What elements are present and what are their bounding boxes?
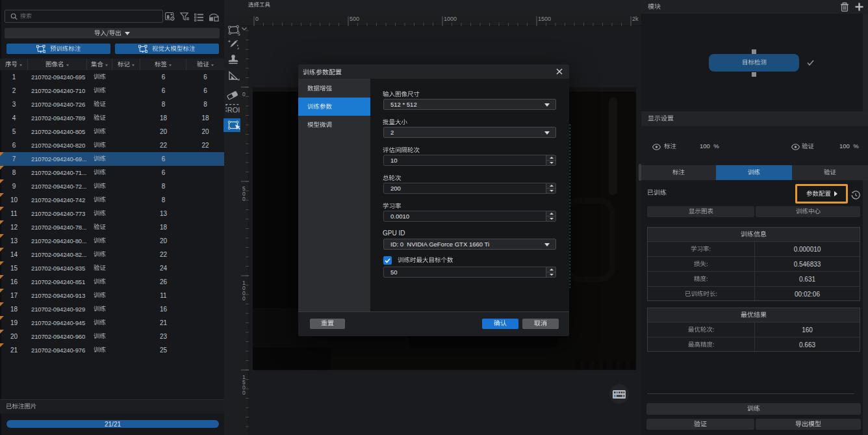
svg-text:0: 0 (242, 389, 246, 396)
svg-text:0: 0 (242, 91, 246, 98)
svg-text:ROI: ROI (227, 106, 240, 114)
svg-text:0: 0 (242, 295, 246, 302)
svg-text:1000: 1000 (444, 16, 457, 22)
svg-text:500: 500 (350, 16, 359, 22)
svg-text:0: 0 (255, 16, 259, 22)
svg-text:0: 0 (242, 196, 246, 202)
svg-text:1500: 1500 (538, 16, 551, 22)
svg-text:2k: 2k (632, 16, 639, 22)
